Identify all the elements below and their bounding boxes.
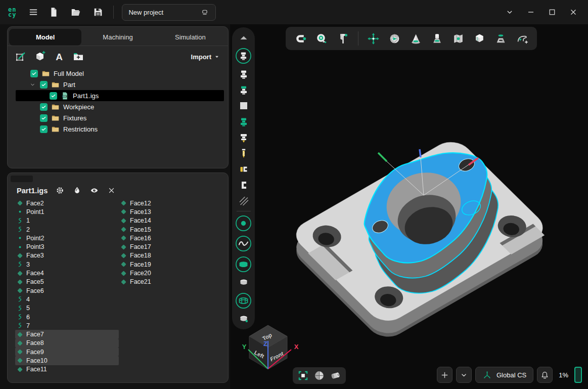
list-item-4[interactable]: 4 bbox=[15, 295, 119, 304]
scroll-up-button[interactable] bbox=[238, 32, 250, 44]
shaded-sphere-button[interactable] bbox=[313, 370, 325, 381]
list-item-face21[interactable]: Face21 bbox=[119, 278, 222, 286]
checkbox[interactable] bbox=[30, 70, 38, 77]
mesh-sphere-button[interactable] bbox=[388, 32, 401, 45]
list-item-face17[interactable]: Face17 bbox=[119, 242, 222, 251]
tab-simulation[interactable]: Simulation bbox=[154, 29, 227, 46]
point-tool-button[interactable] bbox=[235, 215, 252, 232]
eye-button[interactable] bbox=[89, 186, 99, 195]
curve-create-button[interactable] bbox=[516, 32, 528, 45]
list-item-point2[interactable]: Point2 bbox=[15, 234, 119, 242]
list-item-face7[interactable]: Face7 bbox=[15, 330, 119, 338]
clamp-button[interactable] bbox=[238, 163, 250, 176]
pocket-bracket-button[interactable] bbox=[238, 179, 250, 191]
tree-row-part[interactable]: Part bbox=[16, 79, 224, 90]
list-item-face16[interactable]: Face16 bbox=[119, 234, 222, 242]
list-item-face20[interactable]: Face20 bbox=[119, 269, 222, 277]
sketch-button[interactable] bbox=[15, 51, 27, 63]
tree-row-full-model[interactable]: Full Model bbox=[16, 68, 224, 79]
grid-surface-button[interactable] bbox=[235, 292, 252, 309]
cone-stock-button[interactable] bbox=[410, 32, 422, 45]
tool-holder-button[interactable] bbox=[238, 68, 250, 80]
cylinder-stock-button[interactable] bbox=[431, 32, 443, 45]
magnet-snap-button[interactable] bbox=[294, 32, 307, 45]
new-file-button[interactable] bbox=[44, 3, 63, 21]
tool-tip-yellow-button[interactable] bbox=[238, 132, 250, 144]
list-item-face19[interactable]: Face19 bbox=[119, 260, 222, 269]
list-item-face10[interactable]: Face10 bbox=[15, 356, 119, 365]
drill-bit-button[interactable] bbox=[238, 147, 250, 159]
surface-button[interactable] bbox=[238, 276, 250, 288]
tree-row-workpiece[interactable]: Workpiece bbox=[16, 101, 224, 112]
list-item-3[interactable]: 3 bbox=[15, 260, 119, 269]
spline-tool-button[interactable] bbox=[235, 235, 252, 252]
stock-square-button[interactable] bbox=[238, 100, 250, 112]
checkbox[interactable] bbox=[50, 92, 57, 100]
hatch-pattern-button[interactable] bbox=[238, 195, 250, 207]
checkbox[interactable] bbox=[40, 125, 48, 133]
list-item-face6[interactable]: Face6 bbox=[15, 286, 119, 295]
window-chevron-button[interactable] bbox=[499, 2, 520, 22]
move-tool-button[interactable] bbox=[367, 32, 380, 45]
notifications-button[interactable] bbox=[537, 367, 553, 383]
list-item-face11[interactable]: Face11 bbox=[15, 365, 119, 374]
tool-holder-active-button[interactable] bbox=[235, 48, 252, 64]
checkbox[interactable] bbox=[40, 114, 48, 122]
rename-icon[interactable] bbox=[200, 8, 209, 17]
map-unfold-button[interactable] bbox=[452, 32, 465, 45]
measure-tape-button[interactable] bbox=[315, 32, 328, 45]
gear-button[interactable] bbox=[55, 186, 65, 195]
add-folder-button[interactable] bbox=[72, 51, 84, 63]
list-item-face9[interactable]: Face9 bbox=[15, 348, 119, 356]
tree-row-part1-igs[interactable]: IGSPart1.igs bbox=[16, 90, 224, 101]
add-solid-button[interactable] bbox=[34, 51, 46, 63]
list-item-face13[interactable]: Face13 bbox=[119, 207, 222, 216]
list-item-1[interactable]: 1 bbox=[15, 217, 119, 225]
tree-chevron-icon[interactable] bbox=[29, 81, 36, 89]
cs-dropdown-button[interactable] bbox=[456, 367, 472, 383]
maximize-button[interactable] bbox=[541, 2, 563, 22]
menu-button[interactable] bbox=[24, 3, 42, 21]
list-item-5[interactable]: 5 bbox=[15, 304, 119, 313]
coordinate-system-button[interactable]: Global CS bbox=[475, 367, 533, 383]
project-name-field[interactable]: New project bbox=[122, 4, 216, 21]
tree-row-fixtures[interactable]: Fixtures bbox=[16, 112, 224, 123]
save-button[interactable] bbox=[89, 3, 107, 21]
minimize-button[interactable] bbox=[520, 2, 541, 22]
list-item-2[interactable]: 2 bbox=[15, 225, 119, 234]
checkbox[interactable] bbox=[40, 103, 48, 111]
fit-view-button[interactable] bbox=[297, 370, 309, 381]
list-item-face3[interactable]: Face3 bbox=[15, 251, 119, 260]
list-item-7[interactable]: 7 bbox=[15, 321, 119, 330]
list-item-face12[interactable]: Face12 bbox=[119, 199, 222, 207]
tab-machining[interactable]: Machining bbox=[81, 29, 154, 46]
list-item-face8[interactable]: Face8 bbox=[15, 339, 119, 348]
list-item-face14[interactable]: Face14 bbox=[119, 217, 222, 225]
tab-model[interactable]: Model bbox=[9, 29, 81, 46]
caliper-button[interactable] bbox=[337, 32, 349, 45]
tool-holder-teal-top-button[interactable] bbox=[238, 84, 250, 96]
panel-drag-handle[interactable] bbox=[11, 176, 33, 182]
close-button[interactable] bbox=[107, 186, 116, 195]
list-item-face2[interactable]: Face2 bbox=[15, 199, 119, 207]
base-stock-button[interactable] bbox=[494, 32, 507, 45]
list-item-face5[interactable]: Face5 bbox=[15, 278, 119, 286]
import-button[interactable]: Import bbox=[191, 53, 221, 61]
tool-teal-button[interactable] bbox=[238, 116, 250, 128]
list-item-6[interactable]: 6 bbox=[15, 313, 119, 321]
list-item-point3[interactable]: Point3 bbox=[15, 242, 119, 251]
list-item-face4[interactable]: Face4 bbox=[15, 269, 119, 277]
list-item-face18[interactable]: Face18 bbox=[119, 251, 222, 260]
text-annotation-button[interactable]: A bbox=[53, 51, 65, 63]
checkbox[interactable] bbox=[40, 81, 48, 89]
box-stock-button[interactable] bbox=[473, 32, 486, 45]
cylinder-view-button[interactable] bbox=[330, 370, 341, 381]
list-item-face15[interactable]: Face15 bbox=[119, 225, 222, 234]
droplet-button[interactable] bbox=[72, 186, 82, 195]
surface-tool-active-button[interactable] bbox=[235, 256, 252, 273]
open-folder-button[interactable] bbox=[67, 3, 85, 21]
tree-row-restrictions[interactable]: Restrictions bbox=[16, 123, 224, 135]
add-cs-button[interactable] bbox=[437, 367, 453, 383]
list-item-point1[interactable]: Point1 bbox=[15, 207, 119, 216]
close-button[interactable] bbox=[563, 2, 584, 22]
